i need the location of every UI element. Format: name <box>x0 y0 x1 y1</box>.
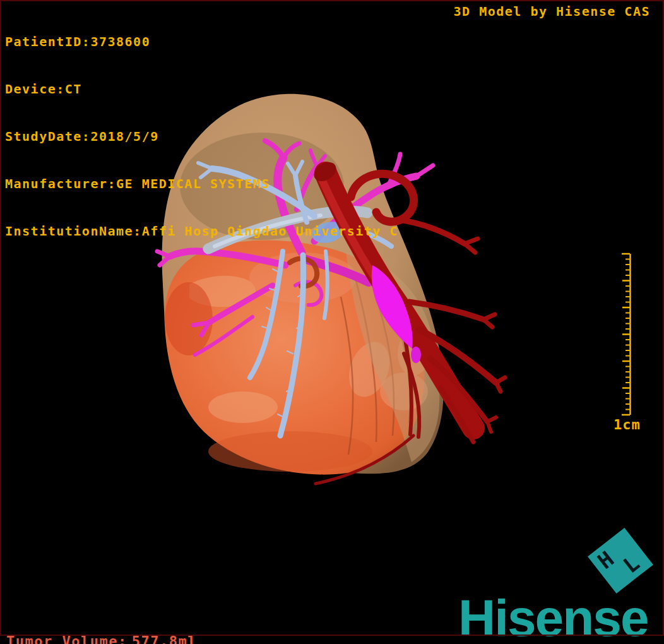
device-text: Device:CT <box>5 81 398 97</box>
tumor-volume-line: Tumor Volume:577.8ml <box>6 633 197 644</box>
hisense-wordmark: Hisense <box>458 592 648 644</box>
patient-info-block: PatientID:3738600 Device:CT StudyDate:20… <box>5 3 398 255</box>
patient-id-text: PatientID:3738600 <box>5 34 398 50</box>
volume-readouts: Tumor Volume:577.8ml Liver Volume:812.3m… <box>6 600 197 644</box>
logo-letter-l: L <box>620 552 643 576</box>
logo-letter-h: H <box>594 547 617 572</box>
institution-text: InstitutionName:Affi Hosp Qingdao Univer… <box>5 224 398 239</box>
scale-label: 1cm <box>614 417 641 432</box>
viewer-window: { "overlay": { "patient_info_lines": [ "… <box>0 0 664 644</box>
manufacturer-text: Manufacturer:GE MEDICAL SYSTEMS <box>5 176 398 192</box>
model-credit-text: 3D Model by Hisense CAS <box>454 4 650 19</box>
tumor-volume-label: Tumor Volume: <box>6 633 132 644</box>
study-date-text: StudyDate:2018/5/9 <box>5 129 398 145</box>
tumor-volume-value: 577.8ml <box>132 633 197 644</box>
scale-ruler <box>622 254 631 415</box>
